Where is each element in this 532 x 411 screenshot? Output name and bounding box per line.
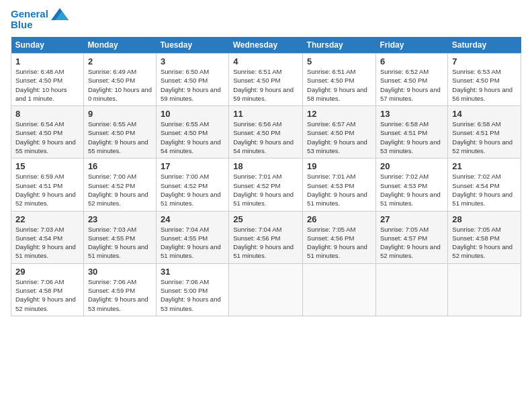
- logo-icon: [51, 8, 69, 20]
- page-container: General Blue SundayMondayTuesdayWednesda…: [0, 0, 532, 322]
- day-number: 23: [88, 214, 152, 224]
- day-info: Sunrise: 7:06 AM Sunset: 4:58 PM Dayligh…: [15, 277, 79, 313]
- calendar-cell: 5 Sunrise: 6:51 AM Sunset: 4:50 PM Dayli…: [303, 54, 376, 106]
- calendar-cell: 30 Sunrise: 7:06 AM Sunset: 4:59 PM Dayl…: [83, 263, 156, 316]
- day-number: 9: [88, 109, 152, 119]
- day-number: 8: [15, 109, 79, 119]
- calendar-cell: 7 Sunrise: 6:53 AM Sunset: 4:50 PM Dayli…: [448, 54, 521, 106]
- day-number: 28: [452, 214, 517, 224]
- day-number: 27: [380, 214, 443, 224]
- day-info: Sunrise: 6:48 AM Sunset: 4:50 PM Dayligh…: [15, 67, 79, 103]
- day-number: 11: [233, 109, 298, 119]
- day-number: 2: [88, 56, 152, 66]
- weekday-header: Monday: [83, 37, 156, 54]
- day-info: Sunrise: 7:03 AM Sunset: 4:54 PM Dayligh…: [15, 225, 79, 261]
- calendar-cell: 13 Sunrise: 6:58 AM Sunset: 4:51 PM Dayl…: [375, 106, 447, 158]
- day-info: Sunrise: 6:57 AM Sunset: 4:50 PM Dayligh…: [307, 120, 371, 155]
- day-info: Sunrise: 6:58 AM Sunset: 4:51 PM Dayligh…: [452, 120, 517, 155]
- day-info: Sunrise: 6:56 AM Sunset: 4:50 PM Dayligh…: [233, 120, 298, 155]
- day-info: Sunrise: 6:58 AM Sunset: 4:51 PM Dayligh…: [380, 120, 443, 155]
- day-info: Sunrise: 6:55 AM Sunset: 4:50 PM Dayligh…: [161, 120, 224, 155]
- day-number: 30: [88, 267, 152, 277]
- day-number: 3: [161, 56, 224, 66]
- day-info: Sunrise: 6:53 AM Sunset: 4:50 PM Dayligh…: [452, 67, 517, 103]
- calendar-cell: 10 Sunrise: 6:55 AM Sunset: 4:50 PM Dayl…: [156, 106, 228, 158]
- day-number: 16: [88, 161, 152, 171]
- calendar-cell: 15 Sunrise: 6:59 AM Sunset: 4:51 PM Dayl…: [11, 158, 84, 211]
- day-number: 21: [452, 161, 517, 171]
- calendar-cell: [375, 263, 447, 316]
- day-info: Sunrise: 7:02 AM Sunset: 4:54 PM Dayligh…: [452, 172, 517, 208]
- day-number: 5: [307, 56, 371, 66]
- day-number: 26: [307, 214, 371, 224]
- day-number: 22: [15, 214, 79, 224]
- day-number: 29: [15, 267, 79, 277]
- day-info: Sunrise: 7:05 AM Sunset: 4:56 PM Dayligh…: [307, 225, 371, 261]
- weekday-header: Thursday: [303, 37, 376, 54]
- day-info: Sunrise: 6:55 AM Sunset: 4:50 PM Dayligh…: [88, 120, 152, 155]
- logo: General Blue: [11, 8, 69, 30]
- day-info: Sunrise: 6:51 AM Sunset: 4:50 PM Dayligh…: [307, 67, 371, 103]
- day-info: Sunrise: 7:06 AM Sunset: 4:59 PM Dayligh…: [88, 277, 152, 313]
- calendar-cell: 3 Sunrise: 6:50 AM Sunset: 4:50 PM Dayli…: [156, 54, 228, 106]
- day-info: Sunrise: 7:05 AM Sunset: 4:58 PM Dayligh…: [452, 225, 517, 261]
- day-number: 31: [161, 267, 224, 277]
- day-info: Sunrise: 6:59 AM Sunset: 4:51 PM Dayligh…: [15, 172, 79, 208]
- day-info: Sunrise: 6:54 AM Sunset: 4:50 PM Dayligh…: [15, 120, 79, 155]
- weekday-header: Tuesday: [156, 37, 228, 54]
- day-number: 24: [161, 214, 224, 224]
- day-info: Sunrise: 7:01 AM Sunset: 4:53 PM Dayligh…: [307, 172, 371, 208]
- day-number: 1: [15, 56, 79, 66]
- day-info: Sunrise: 7:00 AM Sunset: 4:52 PM Dayligh…: [88, 172, 152, 208]
- calendar-cell: 28 Sunrise: 7:05 AM Sunset: 4:58 PM Dayl…: [448, 211, 521, 263]
- day-number: 19: [307, 161, 371, 171]
- calendar-table: SundayMondayTuesdayWednesdayThursdayFrid…: [11, 37, 521, 316]
- day-info: Sunrise: 7:01 AM Sunset: 4:52 PM Dayligh…: [233, 172, 298, 208]
- calendar-cell: [448, 263, 521, 316]
- calendar-cell: 11 Sunrise: 6:56 AM Sunset: 4:50 PM Dayl…: [229, 106, 303, 158]
- calendar-cell: 4 Sunrise: 6:51 AM Sunset: 4:50 PM Dayli…: [229, 54, 303, 106]
- calendar-cell: 9 Sunrise: 6:55 AM Sunset: 4:50 PM Dayli…: [83, 106, 156, 158]
- day-info: Sunrise: 6:49 AM Sunset: 4:50 PM Dayligh…: [88, 67, 152, 103]
- calendar-cell: 14 Sunrise: 6:58 AM Sunset: 4:51 PM Dayl…: [448, 106, 521, 158]
- weekday-header: Wednesday: [229, 37, 303, 54]
- day-number: 6: [380, 56, 443, 66]
- day-info: Sunrise: 6:51 AM Sunset: 4:50 PM Dayligh…: [233, 67, 298, 103]
- calendar-cell: [303, 263, 376, 316]
- day-number: 4: [233, 56, 298, 66]
- day-number: 20: [380, 161, 443, 171]
- day-info: Sunrise: 6:50 AM Sunset: 4:50 PM Dayligh…: [161, 67, 224, 103]
- logo-subtext: Blue: [11, 19, 33, 30]
- calendar-cell: 25 Sunrise: 7:04 AM Sunset: 4:56 PM Dayl…: [229, 211, 303, 263]
- calendar-cell: [229, 263, 303, 316]
- calendar-cell: 24 Sunrise: 7:04 AM Sunset: 4:55 PM Dayl…: [156, 211, 228, 263]
- calendar-cell: 12 Sunrise: 6:57 AM Sunset: 4:50 PM Dayl…: [303, 106, 376, 158]
- calendar-cell: 2 Sunrise: 6:49 AM Sunset: 4:50 PM Dayli…: [83, 54, 156, 106]
- day-number: 12: [307, 109, 371, 119]
- calendar-cell: 21 Sunrise: 7:02 AM Sunset: 4:54 PM Dayl…: [448, 158, 521, 211]
- day-info: Sunrise: 7:04 AM Sunset: 4:55 PM Dayligh…: [161, 225, 224, 261]
- day-number: 7: [452, 56, 517, 66]
- calendar-cell: 19 Sunrise: 7:01 AM Sunset: 4:53 PM Dayl…: [303, 158, 376, 211]
- day-number: 15: [15, 161, 79, 171]
- day-number: 18: [233, 161, 298, 171]
- day-number: 10: [161, 109, 224, 119]
- calendar-cell: 16 Sunrise: 7:00 AM Sunset: 4:52 PM Dayl…: [83, 158, 156, 211]
- calendar-cell: 8 Sunrise: 6:54 AM Sunset: 4:50 PM Dayli…: [11, 106, 84, 158]
- weekday-header: Saturday: [448, 37, 521, 54]
- weekday-header: Friday: [375, 37, 447, 54]
- page-header: General Blue: [11, 8, 521, 30]
- weekday-header: Sunday: [11, 37, 84, 54]
- day-info: Sunrise: 7:03 AM Sunset: 4:55 PM Dayligh…: [88, 225, 152, 261]
- day-number: 13: [380, 109, 443, 119]
- calendar-cell: 26 Sunrise: 7:05 AM Sunset: 4:56 PM Dayl…: [303, 211, 376, 263]
- calendar-cell: 29 Sunrise: 7:06 AM Sunset: 4:58 PM Dayl…: [11, 263, 84, 316]
- calendar-cell: 20 Sunrise: 7:02 AM Sunset: 4:53 PM Dayl…: [375, 158, 447, 211]
- day-number: 25: [233, 214, 298, 224]
- day-number: 14: [452, 109, 517, 119]
- calendar-cell: 31 Sunrise: 7:06 AM Sunset: 5:00 PM Dayl…: [156, 263, 228, 316]
- day-info: Sunrise: 7:06 AM Sunset: 5:00 PM Dayligh…: [161, 277, 224, 313]
- calendar-cell: 23 Sunrise: 7:03 AM Sunset: 4:55 PM Dayl…: [83, 211, 156, 263]
- logo-text: General: [11, 9, 48, 20]
- calendar-cell: 22 Sunrise: 7:03 AM Sunset: 4:54 PM Dayl…: [11, 211, 84, 263]
